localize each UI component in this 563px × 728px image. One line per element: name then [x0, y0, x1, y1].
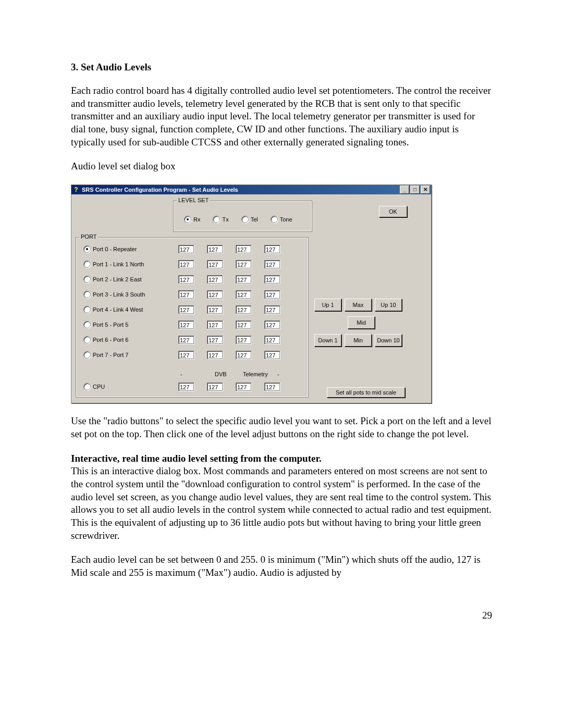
val-p0-rx[interactable]: 127: [178, 245, 194, 253]
val-p2-rx[interactable]: 127: [178, 275, 194, 283]
val-p3-tone[interactable]: 127: [264, 290, 280, 299]
cpu-hdr-0: -: [180, 371, 182, 377]
radio-port-2[interactable]: Port 2 - Link 2 East: [83, 276, 178, 283]
val-p7-tx[interactable]: 127: [207, 351, 223, 359]
val-p7-tone[interactable]: 127: [264, 351, 280, 359]
up1-button[interactable]: Up 1: [314, 299, 341, 311]
radio-rx[interactable]: Rx: [184, 216, 200, 223]
mid-button[interactable]: Mid: [348, 316, 375, 329]
paragraph-1: Each radio control board has 4 digitally…: [71, 84, 492, 149]
port-row-3: Port 3 - Link 3 South 127 127 127 127: [83, 290, 293, 299]
port-row-cpu: CPU 127 127 127 127: [83, 382, 293, 391]
dialog-client: OK LEVEL SET Rx Tx Tel Tone PORT Port 0 …: [71, 194, 431, 403]
val-cpu-1[interactable]: 127: [207, 382, 223, 391]
cpu-hdr-1: DVB: [215, 371, 227, 377]
val-p5-tx[interactable]: 127: [207, 320, 223, 329]
port-row-2: Port 2 - Link 2 East 127 127 127 127: [83, 275, 293, 283]
val-p0-tel[interactable]: 127: [236, 245, 251, 253]
radio-tel[interactable]: Tel: [241, 216, 258, 223]
val-p4-rx[interactable]: 127: [178, 305, 194, 314]
val-p6-tone[interactable]: 127: [264, 336, 280, 344]
max-button[interactable]: Max: [345, 299, 372, 311]
dialog-window: ? SRS Controller Configuration Program -…: [71, 184, 432, 403]
radio-port-1[interactable]: Port 1 - Link 1 North: [83, 261, 178, 268]
val-p6-tx[interactable]: 127: [207, 336, 223, 344]
val-p2-tel[interactable]: 127: [236, 275, 251, 283]
val-p2-tx[interactable]: 127: [207, 275, 223, 283]
val-cpu-3[interactable]: 127: [264, 382, 280, 391]
port-row-1: Port 1 - Link 1 North 127 127 127 127: [83, 260, 293, 268]
ok-button[interactable]: OK: [379, 206, 407, 217]
val-p6-rx[interactable]: 127: [178, 336, 194, 344]
close-button[interactable]: ✕: [421, 186, 430, 194]
val-cpu-0[interactable]: 127: [178, 382, 194, 391]
val-p0-tx[interactable]: 127: [207, 245, 223, 253]
val-cpu-2[interactable]: 127: [236, 382, 251, 391]
section-heading: 3. Set Audio Levels: [71, 61, 492, 73]
val-p7-tel[interactable]: 127: [236, 351, 251, 359]
cpu-hdr-3: -: [277, 371, 279, 377]
radio-port-6[interactable]: Port 6 - Port 6: [83, 336, 178, 343]
val-p4-tone[interactable]: 127: [264, 305, 280, 314]
radio-port-7[interactable]: Port 7 - Port 7: [83, 351, 178, 359]
paragraph-3-body: This is an interactive dialog box. Most …: [71, 465, 492, 540]
val-p5-tone[interactable]: 127: [264, 320, 280, 329]
port-row-6: Port 6 - Port 6 127 127 127 127: [83, 336, 293, 344]
cpu-hdr-2: Telemetry: [243, 371, 268, 377]
paragraph-2: Use the "radio buttons" to select the sp…: [71, 415, 492, 440]
val-p1-tel[interactable]: 127: [236, 260, 251, 268]
val-p3-tx[interactable]: 127: [207, 290, 223, 299]
up10-button[interactable]: Up 10: [375, 299, 402, 311]
down1-button[interactable]: Down 1: [314, 334, 341, 347]
titlebar: ? SRS Controller Configuration Program -…: [71, 185, 431, 194]
port-row-7: Port 7 - Port 7 127 127 127 127: [83, 351, 293, 359]
radio-cpu[interactable]: CPU: [83, 383, 178, 390]
val-p1-tx[interactable]: 127: [207, 260, 223, 268]
min-button[interactable]: Min: [345, 334, 372, 347]
paragraph-4: Each audio level can be set between 0 an…: [71, 553, 492, 579]
val-p7-rx[interactable]: 127: [178, 351, 194, 359]
sub-heading: Interactive, real time audio level setti…: [71, 453, 322, 464]
radio-port-0[interactable]: Port 0 - Repeater: [83, 245, 178, 253]
port-group: PORT Port 0 - Repeater 127 127 127 127 P…: [76, 237, 309, 398]
app-icon: ?: [72, 186, 80, 193]
down10-button[interactable]: Down 10: [375, 334, 402, 347]
port-row-0: Port 0 - Repeater 127 127 127 127: [83, 245, 293, 253]
val-p5-rx[interactable]: 127: [178, 320, 194, 329]
port-row-4: Port 4 - Link 4 West 127 127 127 127: [83, 305, 293, 314]
val-p3-rx[interactable]: 127: [178, 290, 194, 299]
radio-tone[interactable]: Tone: [271, 216, 292, 223]
val-p4-tel[interactable]: 127: [236, 305, 251, 314]
val-p5-tel[interactable]: 127: [236, 320, 251, 329]
maximize-button[interactable]: □: [410, 186, 420, 194]
val-p3-tel[interactable]: 127: [236, 290, 251, 299]
levelset-group: LEVEL SET Rx Tx Tel Tone: [173, 201, 312, 232]
paragraph-3: Interactive, real time audio level setti…: [71, 452, 492, 542]
val-p0-tone[interactable]: 127: [264, 245, 280, 253]
val-p2-tone[interactable]: 127: [264, 275, 280, 283]
radio-port-5[interactable]: Port 5 - Port 5: [83, 321, 178, 328]
radio-port-3[interactable]: Port 3 - Link 3 South: [83, 291, 178, 298]
port-title: PORT: [79, 233, 98, 240]
window-title: SRS Controller Configuration Program - S…: [82, 187, 399, 193]
adjust-buttons: Up 1 Max Up 10 Mid Down 1 Min Down 10: [314, 299, 408, 350]
levelset-title: LEVEL SET: [177, 197, 210, 203]
radio-tx[interactable]: Tx: [213, 216, 228, 223]
set-all-mid-button[interactable]: Set all pots to mid scale: [327, 387, 405, 398]
minimize-button[interactable]: _: [400, 186, 409, 194]
port-row-5: Port 5 - Port 5 127 127 127 127: [83, 320, 293, 329]
val-p4-tx[interactable]: 127: [207, 305, 223, 314]
val-p1-rx[interactable]: 127: [178, 260, 194, 268]
val-p6-tel[interactable]: 127: [236, 336, 251, 344]
figure-caption: Audio level set dialog box: [71, 160, 492, 173]
page-number: 29: [482, 610, 492, 621]
radio-port-4[interactable]: Port 4 - Link 4 West: [83, 306, 178, 313]
val-p1-tone[interactable]: 127: [264, 260, 280, 268]
